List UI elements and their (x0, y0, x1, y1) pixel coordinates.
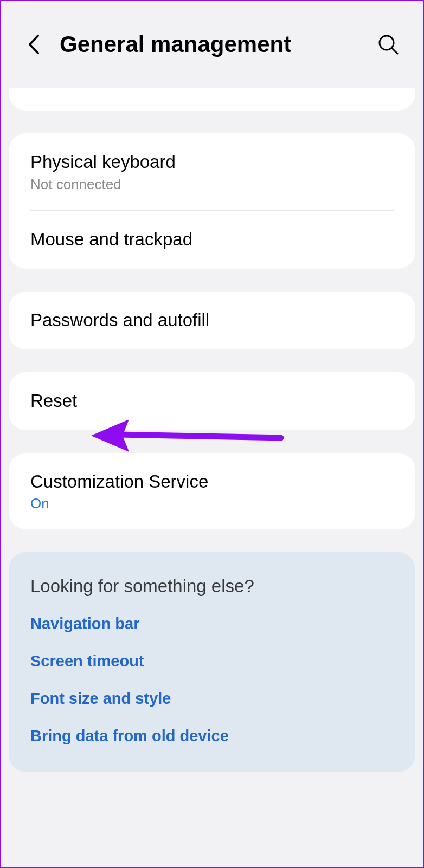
search-icon (377, 34, 399, 55)
looking-for-card: Looking for something else? Navigation b… (9, 552, 415, 772)
header: General management (1, 1, 423, 88)
info-card-title: Looking for something else? (30, 576, 394, 597)
item-subtitle: Not connected (30, 176, 394, 193)
settings-group-reset: Reset (9, 372, 415, 430)
item-customization-service[interactable]: Customization Service On (9, 453, 415, 530)
page-title: General management (60, 31, 375, 57)
item-passwords-autofill[interactable]: Passwords and autofill (9, 292, 415, 349)
item-title: Customization Service (30, 470, 394, 494)
link-font-size-style[interactable]: Font size and style (30, 690, 394, 708)
item-title: Physical keyboard (30, 151, 394, 174)
item-title: Passwords and autofill (30, 309, 394, 332)
svg-line-1 (392, 48, 397, 54)
settings-group-customization: Customization Service On (9, 453, 415, 530)
link-screen-timeout[interactable]: Screen timeout (30, 652, 394, 670)
item-mouse-trackpad[interactable]: Mouse and trackpad (9, 211, 415, 269)
item-physical-keyboard[interactable]: Physical keyboard Not connected (9, 133, 415, 210)
search-button[interactable] (375, 31, 401, 57)
item-title: Reset (30, 390, 394, 413)
settings-content: Keyboard list and default Physical keybo… (1, 83, 423, 772)
settings-group-passwords: Passwords and autofill (9, 292, 415, 349)
link-bring-data[interactable]: Bring data from old device (30, 727, 394, 745)
back-button[interactable] (23, 34, 44, 55)
settings-group-input-devices: Physical keyboard Not connected Mouse an… (9, 133, 415, 269)
item-title: Mouse and trackpad (30, 228, 394, 251)
item-subtitle: On (30, 495, 394, 512)
link-navigation-bar[interactable]: Navigation bar (30, 615, 394, 633)
item-reset[interactable]: Reset (9, 372, 415, 430)
chevron-left-icon (28, 34, 40, 55)
